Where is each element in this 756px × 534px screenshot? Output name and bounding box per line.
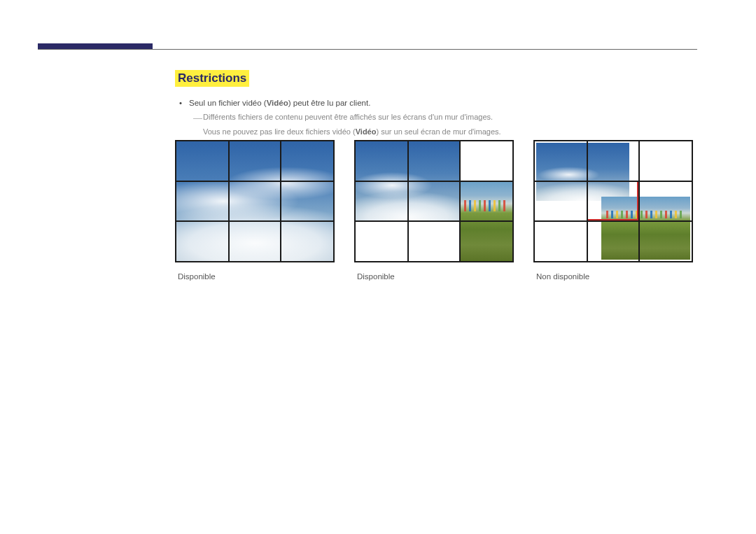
meadow-image-overlap: [601, 197, 690, 260]
sky-image-overlap: [536, 143, 629, 201]
bullet-dot-icon: •: [179, 97, 182, 109]
figure-1-caption: Disponible: [175, 272, 335, 281]
bullet-text: Seul un fichier vidéo (Vidéo) peut être …: [189, 97, 370, 109]
figure-3: Non disponible: [533, 140, 693, 281]
sub-line-2-keyword: Vidéo: [356, 127, 377, 136]
sub-line-1-text: Différents fichiers de contenu peuvent ê…: [203, 113, 493, 121]
sky-image-full: [176, 141, 333, 261]
sub-bullet-block: ―Différents fichiers de contenu peuvent …: [193, 111, 697, 137]
figure-2: Disponible: [354, 140, 514, 281]
header-rule: [38, 49, 697, 50]
page: Restrictions • Seul un fichier vidéo (Vi…: [0, 0, 756, 534]
figure-row: Disponible Disponible: [175, 140, 693, 281]
figure-1: Disponible: [175, 140, 335, 281]
sub-line-2-after: ) sur un seul écran de mur d'images.: [376, 127, 500, 136]
figure-2-caption: Disponible: [354, 272, 514, 281]
content-area: Restrictions • Seul un fichier vidéo (Vi…: [175, 70, 697, 150]
bullet-keyword: Vidéo: [267, 99, 288, 107]
video-wall-2: [354, 140, 514, 262]
meadow-image-1x2: [460, 181, 512, 261]
figure-3-caption: Non disponible: [533, 272, 693, 281]
video-wall-3: [533, 140, 693, 262]
sky-image-2x2: [356, 141, 460, 221]
bullet-text-before: Seul un fichier vidéo (: [189, 99, 267, 107]
bullet-block: • Seul un fichier vidéo (Vidéo) peut êtr…: [175, 97, 697, 138]
sub-line-2-before: Vous ne pouvez pas lire deux fichiers vi…: [203, 127, 356, 136]
video-wall-1: [175, 140, 335, 262]
sub-line-1: ―Différents fichiers de contenu peuvent …: [193, 111, 697, 125]
sub-line-2: Vous ne pouvez pas lire deux fichiers vi…: [193, 126, 697, 138]
dash-icon: ―: [193, 111, 203, 125]
section-heading: Restrictions: [175, 70, 249, 87]
header-tab: [38, 43, 153, 49]
bullet-text-after: ) peut être lu par client.: [288, 99, 371, 107]
bullet-item: • Seul un fichier vidéo (Vidéo) peut êtr…: [179, 97, 697, 109]
